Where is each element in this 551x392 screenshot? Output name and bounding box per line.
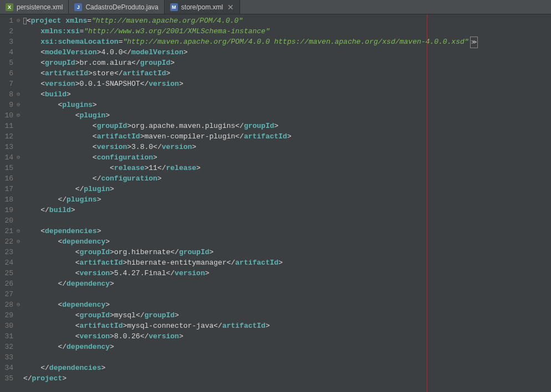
token-b: > (110, 343, 114, 351)
code-line[interactable]: <artifactId>mysql-connector-java</artifa… (23, 321, 551, 331)
fold-marker-icon[interactable]: ⊖ (16, 236, 21, 247)
code-line[interactable]: </plugins> (23, 194, 551, 205)
code-line[interactable]: <version>3.8.0</version> (23, 142, 551, 152)
token-b: </ (170, 248, 179, 256)
line-number: 7 (0, 79, 16, 89)
line-number: 33 (0, 352, 16, 363)
token-b: </ (40, 206, 49, 214)
gutter-line: 6 (0, 68, 21, 79)
token-b: > (67, 90, 71, 99)
fold-marker-icon[interactable]: ⊖ (16, 300, 21, 310)
code-line[interactable]: </plugin> (23, 184, 551, 194)
token-b: > (110, 269, 114, 277)
gutter-line: 32 (0, 342, 21, 352)
token-tag: groupId (79, 311, 110, 319)
gutter-line: 31 (0, 331, 21, 342)
code-line[interactable]: <version>8.0.26</version> (23, 331, 551, 342)
code-line[interactable]: </dependency> (23, 278, 551, 289)
token-b: < (93, 143, 97, 151)
code-line[interactable]: <dependencies> (23, 226, 551, 236)
token-b: > (166, 69, 171, 78)
code-line[interactable]: </dependencies> (23, 363, 551, 373)
gutter-line: 21⊖ (0, 226, 21, 236)
line-number: 15 (0, 163, 16, 173)
token-b: </ (58, 195, 67, 204)
code-line[interactable] (23, 289, 551, 300)
gutter-line: 27 (0, 289, 21, 300)
gutter-line: 29 (0, 310, 21, 321)
code-line[interactable]: <artifactId>maven-compiler-plugin</artif… (23, 131, 551, 142)
token-b: </ (136, 311, 145, 319)
line-number: 20 (0, 215, 16, 226)
editor-tab[interactable]: Mstore/pom.xml✕ (165, 0, 240, 14)
code-line[interactable]: xsi:schemaLocation="http://maven.apache.… (23, 37, 551, 47)
fold-marker-icon[interactable]: ⊖ (16, 16, 21, 26)
code-line[interactable]: <version>0.0.1-SNAPSHOT</version> (23, 79, 551, 89)
line-number: 10 (0, 110, 16, 121)
fold-marker-icon[interactable]: ⊖ (16, 89, 21, 100)
code-line[interactable]: </dependency> (23, 342, 551, 352)
code-line[interactable]: <artifactId>hibernate-entitymanager</art… (23, 257, 551, 268)
code-line[interactable]: </project> (23, 373, 551, 384)
token-b: > (287, 132, 292, 141)
code-line[interactable] (23, 352, 551, 363)
line-number: 13 (0, 142, 16, 152)
code-line[interactable]: <release>11</release> (23, 163, 551, 173)
code-line[interactable]: <version>5.4.27.Final</version> (23, 268, 551, 278)
code-line[interactable]: <groupId>org.hibernate</groupId> (23, 247, 551, 257)
code-line[interactable]: <groupId>br.com.alura</groupId> (23, 58, 551, 68)
fold-marker-icon[interactable]: ⊖ (16, 110, 21, 121)
token-tag: dependency (67, 343, 110, 351)
code-line[interactable]: <build> (23, 89, 551, 100)
token-tag: plugins (62, 101, 93, 109)
token-b: < (40, 227, 45, 235)
code-area[interactable]: <project xmlns="http://maven.apache.org/… (21, 14, 551, 392)
token-b: > (183, 48, 188, 56)
token-tag: build (45, 90, 67, 99)
token-tag: version (162, 143, 192, 151)
print-margin (427, 14, 427, 392)
line-number: 30 (0, 321, 16, 331)
code-line[interactable]: <project xmlns="http://maven.apache.org/… (23, 16, 551, 26)
token-b: > (170, 59, 175, 67)
gutter-line: 15 (0, 163, 21, 173)
code-line[interactable]: xmlns:xsi="http://www.w3.org/2001/XMLSch… (23, 26, 551, 37)
token-txt: mysql (114, 311, 136, 319)
code-line[interactable]: <configuration> (23, 152, 551, 163)
code-line[interactable]: <plugins> (23, 100, 551, 110)
gutter-line: 13 (0, 142, 21, 152)
code-line[interactable]: <artifactId>store</artifactId> (23, 68, 551, 79)
code-line[interactable]: <plugin> (23, 110, 551, 121)
code-line[interactable]: <dependency> (23, 236, 551, 247)
fold-marker-icon[interactable]: ⊖ (16, 152, 21, 163)
gutter-line: 8⊖ (0, 89, 21, 100)
line-number: 16 (0, 173, 16, 184)
token-attr: xsi:schemaLocation (40, 38, 118, 46)
code-line[interactable]: <groupId>mysql</groupId> (23, 310, 551, 321)
line-number: 27 (0, 289, 16, 300)
gutter-line: 18 (0, 194, 21, 205)
code-line[interactable] (23, 215, 551, 226)
close-icon[interactable]: ✕ (227, 3, 234, 11)
token-b: > (97, 195, 101, 204)
fold-marker-icon[interactable]: ⊖ (16, 226, 21, 236)
code-line[interactable]: <dependency> (23, 300, 551, 310)
token-b: </ (75, 185, 84, 193)
line-number: 35 (0, 373, 16, 384)
tab-label: CadastroDeProduto.java (85, 3, 158, 11)
line-number: 3 (0, 37, 16, 47)
line-number: 5 (0, 58, 16, 68)
editor-tab[interactable]: Xpersistence.xml (0, 0, 69, 14)
code-line[interactable]: </build> (23, 205, 551, 215)
token-b: </ (123, 48, 131, 56)
token-tag: artifactId (222, 322, 266, 330)
fold-marker-icon[interactable]: ⊖ (16, 100, 21, 110)
code-line[interactable]: </configuration> (23, 173, 551, 184)
token-b: > (196, 164, 201, 172)
token-b: < (27, 17, 31, 25)
code-line[interactable]: <modelVersion>4.0.0</modelVersion> (23, 47, 551, 58)
editor-tab[interactable]: JCadastroDeProduto.java (69, 0, 164, 14)
line-number: 14 (0, 152, 16, 163)
code-line[interactable]: <groupId>org.apache.maven.plugins</group… (23, 121, 551, 131)
token-b: < (40, 80, 45, 88)
